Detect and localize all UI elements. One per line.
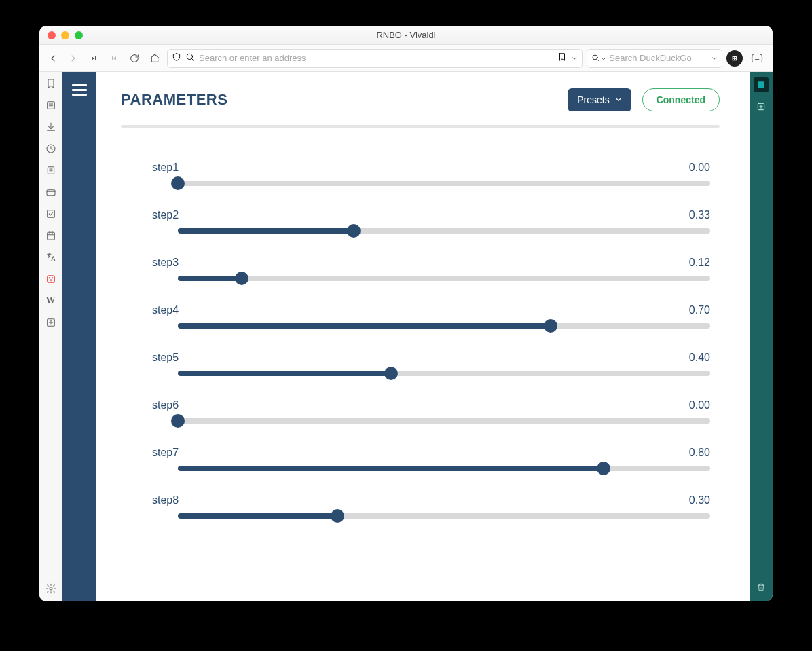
slider[interactable] [178,513,710,519]
menu-button[interactable] [72,81,87,98]
svg-rect-24 [758,81,764,88]
svg-line-1 [191,58,193,60]
slider-thumb[interactable] [331,509,344,523]
param-row: step80.30 [152,494,710,519]
param-header: step80.30 [152,494,710,506]
bookmark-icon[interactable] [557,52,567,64]
presets-label: Presets [577,94,609,105]
connection-status: Connected [642,88,720,111]
divider [121,125,720,128]
page-title: PARAMETERS [121,91,227,109]
search-bar[interactable] [587,49,722,68]
param-row: step30.12 [152,257,710,281]
rewind-button[interactable] [86,50,102,67]
svg-rect-11 [47,190,55,196]
fast-forward-button[interactable] [106,50,122,67]
tasks-icon[interactable] [45,208,57,220]
slider-thumb[interactable] [597,462,610,475]
minimize-window-button[interactable] [61,31,69,39]
bookmarks-icon[interactable] [45,77,57,90]
param-value: 0.30 [689,494,710,506]
profile-avatar[interactable]: ⊞ [726,50,743,67]
address-bar[interactable] [167,49,583,68]
param-value: 0.70 [689,304,710,316]
content-header: PARAMETERS Presets Connected [121,88,720,111]
translate-icon[interactable] [45,251,57,263]
downloads-icon[interactable] [45,121,57,133]
slider[interactable] [178,323,710,329]
param-value: 0.80 [689,447,710,459]
slider-thumb[interactable] [347,224,361,238]
wallet-icon[interactable] [45,186,57,198]
notes-icon[interactable] [45,164,57,176]
forward-button[interactable] [65,50,81,67]
vivaldi-icon[interactable] [45,273,57,285]
extensions-button[interactable]: {=} [747,54,767,63]
param-name: step6 [152,399,179,411]
param-name: step8 [152,494,179,506]
param-header: step60.00 [152,399,710,411]
back-button[interactable] [45,50,61,67]
calendar-icon[interactable] [45,229,57,242]
param-row: step40.70 [152,304,710,329]
param-value: 0.40 [689,352,710,364]
traffic-lights [39,31,83,39]
slider-thumb[interactable] [544,319,557,333]
parameters-list: step10.00step20.33step30.12step40.70step… [121,162,720,519]
param-name: step4 [152,304,179,316]
presets-button[interactable]: Presets [568,88,631,111]
home-button[interactable] [147,50,163,67]
history-icon[interactable] [45,143,57,155]
browser-window: RNBO - Vivaldi [39,26,773,601]
param-name: step3 [152,257,179,269]
param-name: step7 [152,447,179,459]
slider-fill [178,466,604,471]
param-value: 0.12 [689,257,710,269]
chevron-down-icon[interactable] [571,52,578,64]
search-input[interactable] [609,53,708,63]
trash-icon[interactable] [754,580,769,595]
param-value: 0.33 [689,209,710,221]
param-row: step60.00 [152,399,710,424]
slider-thumb[interactable] [171,414,185,428]
titlebar: RNBO - Vivaldi [39,26,773,45]
slider-thumb[interactable] [171,176,185,190]
add-tile-icon[interactable] [754,99,769,114]
webtools-icon[interactable] [754,77,769,92]
reading-list-icon[interactable] [45,99,57,111]
add-panel-icon[interactable] [45,316,57,329]
chevron-down-icon[interactable] [711,52,718,64]
slider[interactable] [178,418,710,424]
slider-fill [178,228,354,234]
slider[interactable] [178,276,710,281]
param-row: step70.80 [152,447,710,471]
wikipedia-icon[interactable]: W [45,295,57,307]
content-area: PARAMETERS Presets Connected step10.00st… [96,72,750,601]
slider-fill [178,323,551,329]
slider-thumb[interactable] [235,272,248,285]
chevron-down-icon [615,96,622,103]
param-header: step70.80 [152,447,710,459]
reload-button[interactable] [126,50,143,67]
settings-icon[interactable] [45,582,57,595]
address-input[interactable] [199,53,553,63]
param-row: step10.00 [152,162,710,186]
svg-rect-8 [48,167,54,174]
close-window-button[interactable] [48,31,56,39]
slider[interactable] [178,181,710,186]
param-row: step20.33 [152,209,710,234]
param-row: step50.40 [152,352,710,376]
svg-rect-4 [47,102,54,109]
param-name: step1 [152,162,179,174]
slider[interactable] [178,371,710,376]
slider-fill [178,276,242,281]
slider[interactable] [178,228,710,234]
chevron-down-icon[interactable] [601,52,606,64]
slider[interactable] [178,466,710,471]
slider-thumb[interactable] [384,367,398,380]
body-area: W PARAMETERS Presets Connected step10.00… [39,72,773,601]
zoom-window-button[interactable] [75,31,83,39]
shield-icon [172,52,181,64]
search-engine-icon[interactable] [591,52,599,64]
param-header: step40.70 [152,304,710,316]
